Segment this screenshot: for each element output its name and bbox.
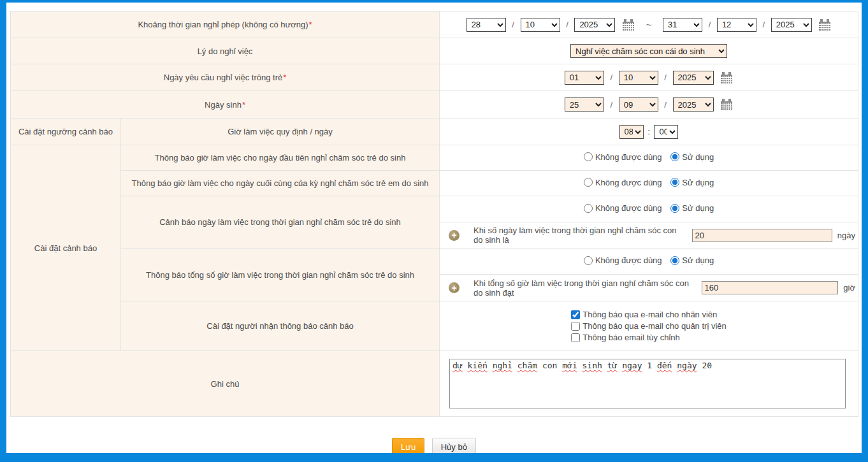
radio-label: Sử dụng [682,203,714,213]
radio-label: Sử dụng [682,152,714,162]
label-text: Cảnh báo ngày làm việc trong thời gian n… [159,217,401,227]
radio-off-input[interactable] [584,204,593,213]
label-text: Ghi chú [211,379,240,389]
radio-off-input[interactable] [584,152,593,161]
leave-from-month-select[interactable]: 10 [521,18,560,32]
time-separator: : [647,127,650,136]
radio-option-on[interactable]: Sử dụng [670,178,714,187]
label-text: Giờ làm việc quy định / ngày [228,127,333,136]
request-date-label: Ngày yêu cầu nghỉ việc trông trẻ* [11,64,440,91]
checkbox-email-custom[interactable]: Thông báo email tùy chỉnh [571,333,726,342]
radio-on-input[interactable] [670,178,679,187]
label-text: Ngày sinh [205,100,242,110]
birth-date-label: Ngày sinh* [11,91,440,119]
calendar-icon[interactable] [720,71,733,84]
note-value: dự kiến nghỉ chăm con mới sinh từ ngay 1… [440,351,858,417]
first-day-alert-value: Không được dùng Sử dụng [440,145,858,171]
calendar-icon[interactable] [818,18,831,31]
leave-period-label: Khoảng thời gian nghỉ phép (không có hươ… [11,11,440,38]
leave-to-month-select[interactable]: 12 [717,18,756,32]
threshold-unit: ngày [837,231,855,240]
request-month-select[interactable]: 10 [619,71,658,85]
threshold-condition-text: Khi tổng số giờ làm việc trong thời gian… [474,278,698,298]
radio-label: Sử dụng [682,178,714,187]
plus-icon[interactable]: + [449,282,459,293]
checkbox-input[interactable] [571,322,580,331]
radio-on-input[interactable] [670,204,679,213]
row-birth-date: Ngày sinh* 25 / 09 / 2025 [11,91,858,119]
work-minute-select[interactable]: 00 [654,125,678,139]
birth-day-select[interactable]: 25 [565,97,604,112]
save-button[interactable]: Lưu [392,438,424,456]
cancel-button[interactable]: Hủy bỏ [432,438,476,456]
total-hours-threshold-input[interactable] [702,281,839,294]
note-label: Ghi chú [11,351,440,417]
request-day-select[interactable]: 01 [565,71,604,85]
radio-option-on[interactable]: Sử dụng [670,152,714,162]
settings-form-table: Khoảng thời gian nghỉ phép (không có hươ… [10,11,858,417]
label-text: Thông báo giờ làm việc cho ngày đầu tiên… [155,153,406,162]
radio-on-input[interactable] [670,152,679,161]
radio-option-off[interactable]: Không được dùng [584,178,662,187]
date-separator: / [610,100,612,110]
checkbox-label: Thông báo qua e-mail cho nhân viên [582,310,717,319]
radio-label: Không được dùng [595,203,662,213]
leave-reason-value: Nghỉ việc chăm sóc con cái do sinh [440,38,858,64]
radio-on-input[interactable] [670,256,679,265]
label-text: Thông báo giờ làm việc cho ngày cuối cùn… [132,178,429,188]
radio-label: Không được dùng [595,152,662,162]
row-leave-period: Khoảng thời gian nghỉ phép (không có hươ… [11,11,858,38]
form-content: Khoảng thời gian nghỉ phép (không có hươ… [6,3,862,456]
calendar-icon[interactable] [622,18,635,31]
leave-to-year-select[interactable]: 2025 [771,18,812,32]
row-first-day-alert: Cài đặt cảnh báo Thông báo giờ làm việc … [11,145,858,171]
checkbox-input[interactable] [571,333,580,342]
radio-option-on[interactable]: Sử dụng [670,256,714,265]
radio-option-off[interactable]: Không được dùng [584,152,662,162]
label-text: Khoảng thời gian nghỉ phép (không có hươ… [138,20,308,29]
label-text: Cài đặt cảnh báo [34,243,97,253]
date-separator: / [566,20,568,29]
label-text: Cài đặt người nhận thông báo cảnh báo [206,321,353,331]
radio-label: Sử dụng [682,256,714,265]
work-days-threshold-cell: + Khi số ngày làm việc trong thời gian n… [440,222,858,249]
alert-section-label: Cài đặt cảnh báo [11,145,121,351]
button-row: Lưu Hủy bỏ [10,438,858,456]
work-days-alert-label: Cảnh báo ngày làm việc trong thời gian n… [121,196,440,249]
radio-option-on[interactable]: Sử dụng [670,203,714,213]
row-request-date: Ngày yêu cầu nghỉ việc trông trẻ* 01 / 1… [11,64,858,91]
date-separator: / [610,73,612,82]
birth-month-select[interactable]: 09 [619,97,658,112]
label-text: Thông báo tổng số giờ làm việc trong thờ… [146,270,414,280]
radio-option-off[interactable]: Không được dùng [584,203,662,213]
birth-year-select[interactable]: 2025 [673,97,714,112]
note-textarea[interactable]: dự kiến nghỉ chăm con mới sinh từ ngay 1… [449,359,846,408]
first-day-alert-label: Thông báo giờ làm việc cho ngày đầu tiên… [121,145,440,171]
required-asterisk: * [242,100,245,110]
plus-icon[interactable]: + [449,230,459,241]
recipients-label: Cài đặt người nhận thông báo cảnh báo [121,301,440,351]
threshold-section-label: Cài đặt ngưỡng cảnh báo [11,119,121,145]
radio-off-input[interactable] [584,178,593,187]
birth-date-value: 25 / 09 / 2025 [440,91,858,119]
work-days-threshold-input[interactable] [692,229,832,242]
leave-from-year-select[interactable]: 2025 [574,18,615,32]
range-separator: ~ [646,19,652,30]
work-hour-select[interactable]: 08 [619,125,644,139]
row-last-day-alert: Thông báo giờ làm việc cho ngày cuối cùn… [11,171,858,196]
last-day-alert-value: Không được dùng Sử dụng [440,171,858,196]
request-year-select[interactable]: 2025 [673,71,714,85]
checkbox-email-admin[interactable]: Thông báo qua e-mail cho quản trị viên [571,321,726,331]
leave-from-day-select[interactable]: 28 [467,18,506,32]
label-text: Cài đặt ngưỡng cảnh báo [18,127,113,136]
leave-to-day-select[interactable]: 31 [663,18,702,32]
calendar-icon[interactable] [720,98,733,111]
recipients-checkbox-group: Thông báo qua e-mail cho nhân viên Thông… [571,308,726,344]
total-hours-threshold-cell: + Khi tổng số giờ làm việc trong thời gi… [440,275,858,301]
radio-off-input[interactable] [584,256,593,265]
checkbox-email-employee[interactable]: Thông báo qua e-mail cho nhân viên [571,310,726,319]
leave-reason-select[interactable]: Nghỉ việc chăm sóc con cái do sinh [570,44,727,58]
leave-period-value: 28 / 10 / 2025 ~ 31 / 12 / 2025 [440,11,858,38]
checkbox-input[interactable] [571,310,580,319]
radio-option-off[interactable]: Không được dùng [584,256,662,265]
